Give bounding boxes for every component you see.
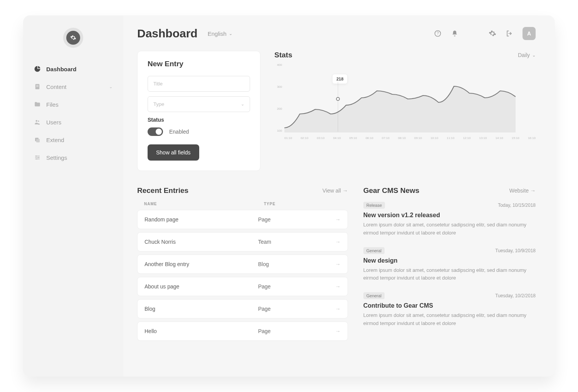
entry-type: Blog [258, 261, 335, 267]
website-label: Website [509, 188, 529, 194]
status-toggle[interactable] [148, 127, 163, 136]
sidebar-item-extend[interactable]: Extend [23, 131, 123, 149]
type-select[interactable]: Type ⌄ [148, 96, 250, 112]
app-window: Dashboard Content ⌄ Files Users Extend [23, 15, 555, 377]
sidebar: Dashboard Content ⌄ Files Users Extend [23, 15, 123, 377]
entry-type: Page [258, 216, 335, 223]
entry-name: Chuck Norris [144, 239, 258, 245]
row-bottom: Recent Entries View all → NAME TYPE Rand… [137, 186, 536, 344]
topbar: Dashboard English ⌄ ? [137, 27, 536, 40]
row-top: New Entry Type ⌄ Status Enabled Show all… [137, 51, 536, 171]
logout-icon[interactable] [506, 30, 513, 37]
recent-heading: Recent Entries [137, 186, 188, 195]
xtick: 08:10 [398, 136, 406, 140]
news-body: Lorem ipsum dolor sit amet, consetetur s… [363, 312, 536, 328]
xtick: 11:10 [447, 136, 454, 140]
xtick: 04:10 [333, 136, 341, 140]
news-item[interactable]: GeneralTuesday, 10/2/2018Contribute to G… [363, 292, 536, 328]
ytick: 300 [274, 85, 282, 89]
view-all-link[interactable]: View all → [323, 188, 348, 194]
entry-type: Team [258, 239, 335, 245]
arrow-right-icon: → [335, 283, 341, 290]
table-row[interactable]: Chuck NorrisTeam→ [137, 232, 348, 251]
news-item[interactable]: GeneralTuesday, 10/9/2018New designLorem… [363, 247, 536, 283]
table-row[interactable]: Random pagePage→ [137, 210, 348, 229]
xtick: 03:10 [317, 136, 324, 140]
layers-icon [34, 136, 41, 143]
entry-type: Page [258, 283, 335, 290]
svg-point-9 [36, 158, 37, 159]
brand [23, 31, 123, 45]
help-icon[interactable]: ? [434, 30, 442, 37]
status-toggle-row: Enabled [148, 127, 250, 136]
svg-point-7 [36, 156, 37, 157]
sidebar-item-dashboard[interactable]: Dashboard [23, 60, 123, 78]
table-header: NAME TYPE [137, 202, 348, 210]
tooltip-value: 218 [336, 77, 343, 81]
stats-panel: Stats Daily ⌄ 400 300 200 100 [274, 51, 536, 171]
area-chart-svg [284, 63, 516, 132]
xtick: 15:10 [512, 136, 519, 140]
arrow-right-icon: → [530, 188, 536, 194]
bell-icon[interactable] [451, 30, 459, 37]
table-row[interactable]: About us pagePage→ [137, 277, 348, 296]
top-icons: ? A [434, 27, 536, 40]
chevron-down-icon: ⌄ [241, 102, 244, 107]
news-body: Lorem ipsum dolor sit amet, consetetur s… [363, 266, 536, 283]
news-item[interactable]: ReleaseToday, 10/15/2018New version v1.2… [363, 202, 536, 237]
gear-logo-icon [66, 31, 80, 45]
sliders-icon [34, 154, 41, 161]
col-name: NAME [144, 202, 264, 206]
sidebar-item-users[interactable]: Users [23, 113, 123, 131]
website-link[interactable]: Website → [509, 188, 536, 194]
new-entry-card: New Entry Type ⌄ Status Enabled Show all… [137, 51, 260, 171]
status-value: Enabled [169, 129, 189, 135]
xtick: 02:10 [301, 136, 308, 140]
language-selector[interactable]: English ⌄ [208, 30, 232, 37]
ytick: 400 [274, 63, 282, 67]
news-tag: General [363, 292, 385, 299]
entry-name: Another Blog entry [144, 261, 258, 267]
sidebar-item-content[interactable]: Content ⌄ [23, 78, 123, 95]
news-date: Tuesday, 10/9/2018 [495, 248, 536, 253]
type-placeholder: Type [153, 101, 164, 107]
document-icon [34, 83, 41, 90]
chevron-down-icon: ⌄ [109, 84, 113, 89]
page-title: Dashboard [137, 27, 198, 40]
sidebar-label: Settings [46, 154, 67, 161]
news-title: New version v1.2 released [363, 212, 536, 219]
tooltip-dot [336, 97, 340, 101]
pie-chart-icon [34, 65, 41, 72]
show-all-fields-button[interactable]: Show all fields [148, 144, 199, 161]
svg-point-8 [38, 157, 39, 158]
arrow-right-icon: → [335, 239, 341, 245]
sidebar-item-settings[interactable]: Settings [23, 149, 123, 166]
avatar-initial: A [527, 30, 531, 37]
chart-tooltip: 218 [332, 74, 348, 84]
new-entry-heading: New Entry [148, 60, 250, 68]
entry-name: Random page [144, 216, 258, 223]
range-selector[interactable]: Daily ⌄ [518, 52, 536, 58]
ytick: 200 [274, 107, 282, 111]
table-row[interactable]: BlogPage→ [137, 299, 348, 318]
table-row[interactable]: Another Blog entryBlog→ [137, 255, 348, 274]
xtick: 01:10 [284, 136, 292, 140]
view-all-label: View all [323, 188, 341, 194]
gear-icon[interactable] [489, 30, 496, 37]
avatar[interactable]: A [523, 27, 536, 40]
y-axis-ticks: 400 300 200 100 [274, 63, 282, 132]
svg-point-4 [38, 121, 39, 122]
xtick: 07:10 [382, 136, 390, 140]
title-input[interactable] [148, 76, 250, 92]
xtick: 16:10 [528, 136, 536, 140]
news-heading: Gear CMS News [363, 186, 420, 195]
main: Dashboard English ⌄ ? [123, 15, 555, 377]
recent-entries: Recent Entries View all → NAME TYPE Rand… [137, 186, 348, 344]
svg-rect-1 [36, 85, 39, 85]
sidebar-item-files[interactable]: Files [23, 95, 123, 113]
tooltip-guideline [338, 82, 338, 132]
svg-rect-6 [36, 139, 40, 142]
sidebar-label: Users [46, 119, 61, 126]
table-row[interactable]: HelloPage→ [137, 322, 348, 341]
news-title: New design [363, 257, 536, 264]
